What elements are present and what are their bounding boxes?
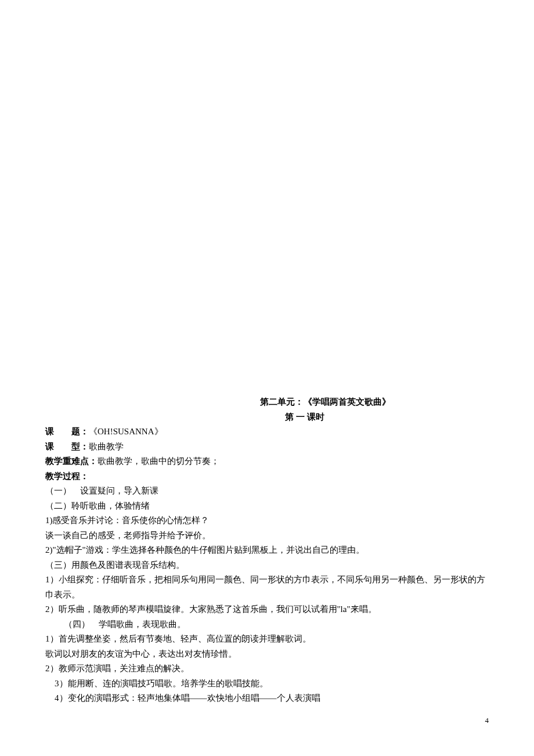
para-feel-music: 1)感受音乐并讨论：音乐使你的心情怎样？ (45, 513, 489, 528)
para-group-study: 1）小组探究：仔细听音乐，把相同乐句用同一颜色、同一形状的方巾表示，不同乐句用另… (45, 573, 489, 602)
para-lyrics-meaning: 歌词以对朋友的友谊为中心，表达出对友情珍惜。 (45, 647, 489, 662)
topic-row: 课 题：《OH!SUSANNA》 (45, 424, 489, 440)
para-share-feeling: 谈一谈自己的感受，老师指导并给予评价。 (45, 528, 489, 543)
para-hat-game: 2)"选帽子"游戏：学生选择各种颜色的牛仔帽图片贴到黑板上，并说出自己的理由。 (45, 543, 489, 558)
para-teacher-demo: 2）教师示范演唱，关注难点的解决。 (45, 661, 489, 676)
type-value: 歌曲教学 (89, 442, 124, 451)
difficulty-label: 教学重难点： (45, 456, 98, 466)
topic-label: 课 题： (45, 427, 89, 436)
para-technique: 3）能用断、连的演唱技巧唱歌。培养学生的歌唱技能。 (45, 676, 489, 692)
section-1: （一） 设置疑问，导入新课 (45, 484, 489, 499)
difficulty-value: 歌曲教学，歌曲中的切分节奏； (98, 456, 219, 466)
difficulty-row: 教学重难点：歌曲教学，歌曲中的切分节奏； (45, 454, 489, 469)
para-variation: 4）变化的演唱形式：轻声地集体唱——欢快地小组唱——个人表演唱 (45, 691, 489, 706)
lesson-number: 第 一 课时 (45, 410, 489, 425)
section-2: （二）聆听歌曲，体验情绪 (45, 499, 489, 514)
process-label: 教学过程： (45, 469, 489, 484)
para-listen-sing: 2）听乐曲，随教师的琴声模唱旋律。大家熟悉了这首乐曲，我们可以试着用"la"来唱… (45, 602, 489, 617)
type-label: 课 型： (45, 442, 89, 451)
type-row: 课 型：歌曲教学 (45, 440, 489, 455)
topic-value: 《OH!SUSANNA》 (89, 427, 163, 436)
page-number: 4 (485, 714, 489, 727)
section-3: （三）用颜色及图谱表现音乐结构。 (45, 558, 489, 573)
section-4: （四） 学唱歌曲，表现歌曲。 (45, 617, 489, 632)
document-body: 第二单元：《学唱两首英文歌曲》 第 一 课时 课 题：《OH!SUSANNA》 … (0, 0, 534, 706)
unit-title: 第二单元：《学唱两首英文歌曲》 (45, 395, 489, 410)
para-posture: 1）首先调整坐姿，然后有节奏地、轻声、高位置的朗读并理解歌词。 (45, 632, 489, 647)
